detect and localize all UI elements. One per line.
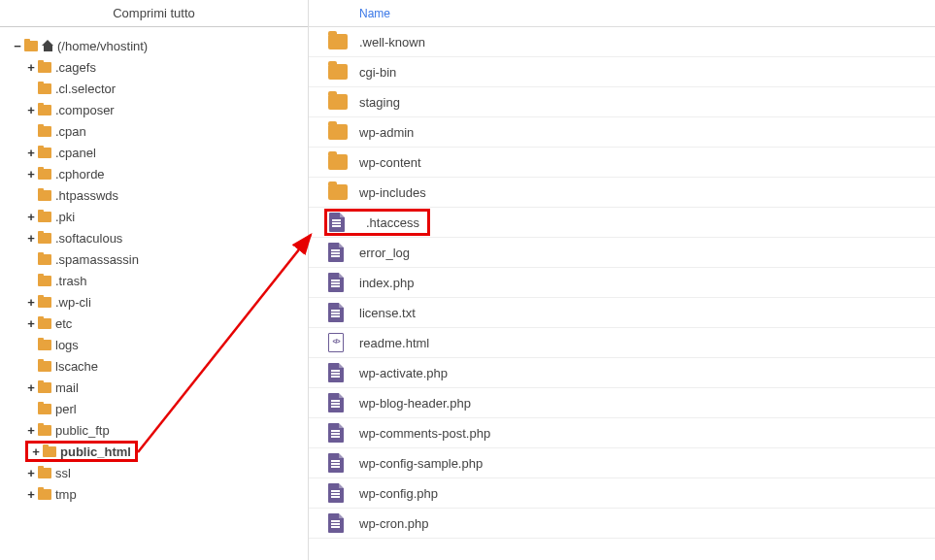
tree-item-label: tmp [55, 487, 77, 502]
tree-item-label: public_html [60, 445, 131, 459]
folder-icon [38, 361, 51, 372]
file-row[interactable]: error_log [309, 238, 935, 268]
file-row[interactable]: .htaccess [309, 208, 935, 238]
tree-item[interactable]: +ssl [12, 462, 304, 483]
tree-item[interactable]: +.wp-cli [12, 291, 304, 313]
file-row[interactable]: wp-config.php [309, 478, 935, 509]
toggle-icon[interactable]: − [12, 39, 23, 53]
folder-icon [38, 340, 51, 350]
tree-item[interactable]: lscache [12, 355, 304, 377]
folder-icon [38, 404, 51, 414]
file-row[interactable]: wp-admin [309, 117, 935, 148]
file-name: wp-config.php [359, 486, 438, 501]
toggle-icon[interactable]: + [25, 231, 37, 246]
highlighted-file: .htaccess [324, 209, 430, 236]
tree-item[interactable]: .cpan [12, 120, 304, 142]
file-row[interactable]: wp-activate.php [309, 358, 935, 388]
tree-item-label: logs [55, 338, 79, 352]
file-row[interactable]: wp-includes [309, 178, 935, 208]
tree-item-label: .cpanel [55, 146, 96, 160]
document-icon [328, 453, 344, 473]
tree-panel: Comprimi tutto − (/home/vhostint) +.cage… [0, 0, 309, 560]
toggle-icon[interactable]: + [25, 103, 37, 117]
tree-item[interactable]: +tmp [12, 483, 304, 505]
folder-icon [38, 318, 51, 329]
file-row[interactable]: wp-config-sample.php [309, 448, 935, 478]
tree-item[interactable]: logs [12, 334, 304, 355]
file-name: staging [359, 95, 400, 110]
folder-icon [38, 276, 51, 286]
file-list: .well-knowncgi-binstagingwp-adminwp-cont… [309, 27, 935, 539]
tree-item[interactable]: +.cagefs [12, 56, 304, 78]
tree-item[interactable]: .spamassassin [12, 248, 304, 270]
tree-item[interactable]: +.pki [12, 206, 304, 227]
file-row[interactable]: staging [309, 87, 935, 117]
file-name: wp-config-sample.php [359, 456, 483, 471]
folder-icon [38, 212, 51, 222]
file-row[interactable]: cgi-bin [309, 57, 935, 87]
file-row[interactable]: wp-cron.php [309, 509, 935, 539]
toggle-icon[interactable]: + [25, 60, 37, 75]
tree-item-label: etc [55, 316, 72, 331]
toggle-icon[interactable]: + [25, 487, 37, 502]
folder-icon [38, 468, 51, 478]
directory-tree: − (/home/vhostint) +.cagefs.cl.selector+… [0, 27, 308, 512]
file-row[interactable]: wp-blog-header.php [309, 388, 935, 418]
toggle-icon[interactable]: + [25, 423, 37, 438]
folder-icon [328, 94, 348, 110]
toggle-icon[interactable]: + [25, 380, 37, 395]
folder-icon [38, 126, 51, 137]
document-icon [328, 393, 344, 412]
tree-item[interactable]: .htpasswds [12, 184, 304, 206]
folder-icon [38, 233, 51, 244]
folder-icon [38, 62, 51, 73]
document-icon [328, 363, 344, 382]
folder-icon [38, 190, 51, 201]
toggle-icon[interactable]: + [25, 316, 37, 331]
file-name: wp-content [359, 155, 421, 170]
tree-item-label: .cpan [55, 124, 86, 139]
toggle-icon[interactable]: + [25, 167, 37, 181]
file-name: .htaccess [366, 215, 419, 230]
folder-icon [38, 297, 51, 308]
folder-icon [328, 64, 348, 80]
toggle-icon[interactable]: + [25, 295, 37, 310]
folder-icon [38, 169, 51, 180]
tree-item-label: .trash [55, 274, 87, 288]
folder-icon [38, 83, 51, 94]
tree-item-label: .cl.selector [55, 82, 116, 96]
file-row[interactable]: wp-content [309, 148, 935, 178]
file-name: cgi-bin [359, 65, 396, 80]
tree-root[interactable]: − (/home/vhostint) [12, 35, 304, 56]
tree-item-label: .htpasswds [55, 188, 118, 203]
file-row[interactable]: license.txt [309, 298, 935, 328]
tree-item[interactable]: +.composer [12, 99, 304, 120]
document-icon [328, 303, 344, 322]
tree-item[interactable]: +etc [12, 313, 304, 334]
toggle-icon[interactable]: + [25, 210, 37, 224]
file-name: license.txt [359, 306, 416, 320]
toggle-icon[interactable]: + [30, 445, 42, 459]
tree-item[interactable]: +public_ftp [12, 419, 304, 441]
tree-item[interactable]: +.softaculous [12, 227, 304, 248]
tree-item[interactable]: +public_html [12, 441, 304, 462]
toggle-icon[interactable]: + [25, 466, 37, 480]
file-row[interactable]: wp-comments-post.php [309, 418, 935, 448]
tree-item[interactable]: .cl.selector [12, 78, 304, 99]
collapse-all-button[interactable]: Comprimi tutto [0, 0, 308, 27]
tree-item[interactable]: perl [12, 398, 304, 419]
file-row[interactable]: .well-known [309, 27, 935, 57]
tree-item[interactable]: .trash [12, 270, 304, 291]
document-icon [328, 483, 344, 503]
file-row[interactable]: readme.html [309, 328, 935, 358]
tree-item[interactable]: +.cpanel [12, 142, 304, 163]
code-file-icon [328, 333, 344, 352]
tree-item[interactable]: +.cphorde [12, 163, 304, 184]
folder-icon [38, 489, 51, 500]
file-name: .well-known [359, 35, 425, 49]
column-name-header[interactable]: Name [359, 7, 390, 20]
toggle-icon[interactable]: + [25, 146, 37, 160]
tree-item[interactable]: +mail [12, 377, 304, 398]
file-row[interactable]: index.php [309, 268, 935, 298]
tree-item-label: .spamassassin [55, 252, 139, 267]
